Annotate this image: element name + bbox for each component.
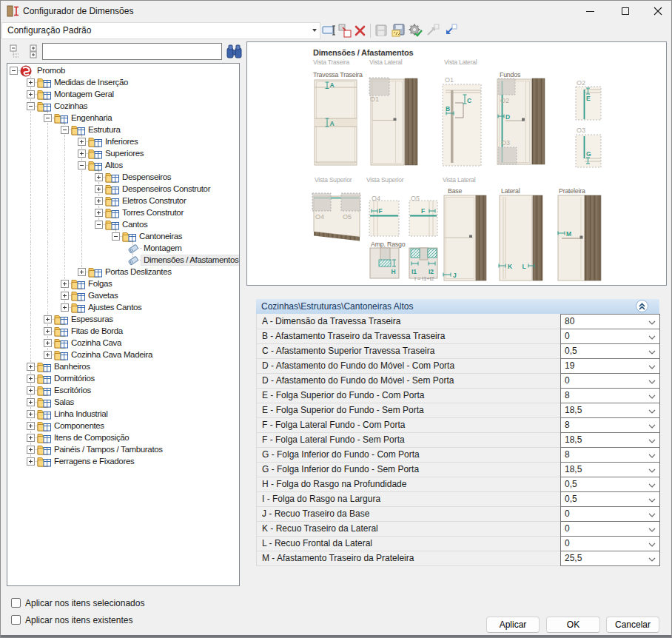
tree-item-label[interactable]: Torres Construtor xyxy=(120,208,186,218)
tree-item-label[interactable]: Ajustes Cantos xyxy=(86,303,144,312)
configuration-combobox[interactable]: Configuração Padrão xyxy=(1,22,320,39)
tree-item[interactable]: Cantos xyxy=(7,218,239,230)
tree-item[interactable]: Torres Construtor xyxy=(7,206,239,218)
tree-item[interactable]: Engenharia xyxy=(7,112,239,124)
tree-expander[interactable] xyxy=(27,422,35,430)
tree-item-label[interactable]: Escritórios xyxy=(52,386,93,395)
tree-item[interactable]: Painéis / Tampos / Tamburatos xyxy=(7,443,239,455)
tree-item[interactable]: Cozinhas xyxy=(7,100,239,112)
property-value-dropdown[interactable]: 25,5 xyxy=(560,551,660,566)
tree-item[interactable]: Ajustes Cantos xyxy=(7,301,239,313)
ok-button[interactable]: OK xyxy=(546,617,600,633)
tree-expander[interactable] xyxy=(61,126,69,134)
tree-expander[interactable] xyxy=(78,150,86,158)
tree-item-label[interactable]: Espessuras xyxy=(69,315,115,324)
tree-item-label[interactable]: Painéis / Tampos / Tamburatos xyxy=(52,445,165,454)
tree-item[interactable]: Folgas xyxy=(7,278,239,289)
close-button[interactable] xyxy=(643,1,672,21)
tree-item-label[interactable]: Engenharia xyxy=(69,113,114,123)
tree-expander[interactable] xyxy=(27,102,35,110)
tree-item-label[interactable]: Medidas de Inserção xyxy=(52,78,130,87)
tree-item[interactable]: Linha Industrial xyxy=(7,408,239,420)
minimize-button[interactable] xyxy=(575,1,605,21)
tree-expander[interactable] xyxy=(27,434,35,442)
tree-item-label[interactable]: Cozinha Cava Madeira xyxy=(69,350,155,360)
tree-item[interactable]: Portas Deslizantes xyxy=(7,266,239,278)
tree-expander[interactable] xyxy=(78,161,86,169)
tree-item-label[interactable]: Cantoneiras xyxy=(137,232,184,241)
copy-config-icon[interactable] xyxy=(338,24,353,38)
tree-expander[interactable] xyxy=(44,114,52,122)
tree-expander[interactable] xyxy=(44,315,52,323)
tree-item[interactable]: Dormitórios xyxy=(7,372,239,384)
tree-item-label[interactable]: Montagem xyxy=(141,244,184,253)
tree-expander[interactable] xyxy=(44,351,52,359)
tree-item[interactable]: Altos xyxy=(7,159,239,171)
tree-expander[interactable] xyxy=(10,67,18,75)
tree-expander[interactable] xyxy=(95,221,103,229)
tree-expander[interactable] xyxy=(27,90,35,98)
property-value-dropdown[interactable]: 8 xyxy=(560,388,660,403)
tree-item[interactable]: Dimensões / Afastamentos xyxy=(7,254,239,266)
expand-all-icon[interactable] xyxy=(27,44,41,58)
tree-item[interactable]: Medidas de Inserção xyxy=(7,76,239,88)
tree-expander[interactable] xyxy=(95,209,103,217)
tree-item[interactable]: Fitas de Borda xyxy=(7,325,239,337)
tree-item-label[interactable]: Altos xyxy=(103,161,125,170)
tree-item-label[interactable]: Cozinhas xyxy=(52,101,90,111)
collapse-group-button[interactable] xyxy=(636,300,648,312)
property-value-dropdown[interactable]: 0 xyxy=(560,373,660,389)
tree-item[interactable]: Cozinha Cava xyxy=(7,337,239,349)
tree-item[interactable]: Inferiores xyxy=(7,135,239,147)
cancel-button[interactable]: Cancelar xyxy=(606,617,659,633)
tree-item-label[interactable]: Itens de Composição xyxy=(52,433,131,443)
tree-item[interactable]: Banheiros xyxy=(7,360,239,372)
property-value-dropdown[interactable]: 8 xyxy=(560,417,660,433)
tree-item[interactable]: Cozinha Cava Madeira xyxy=(7,349,239,360)
tree-item-label[interactable]: Despenseiros xyxy=(120,172,173,182)
tree-expander[interactable] xyxy=(78,268,86,276)
save-as-icon[interactable] xyxy=(392,24,406,38)
property-value-dropdown[interactable]: 19 xyxy=(560,358,660,374)
property-value-dropdown[interactable]: 0,5 xyxy=(560,491,660,507)
tree-expander[interactable] xyxy=(95,173,103,181)
tree-expander[interactable] xyxy=(27,78,35,87)
tree-item-label[interactable]: Cantos xyxy=(120,220,149,229)
tree-item-label[interactable]: Estrutura xyxy=(86,125,123,135)
property-value-dropdown[interactable]: 8 xyxy=(560,447,660,463)
delete-config-icon[interactable] xyxy=(354,24,369,38)
tree-item-label[interactable]: Fitas de Borda xyxy=(69,326,125,336)
tree-item[interactable]: Escritórios xyxy=(7,384,239,396)
property-value-dropdown[interactable]: 0,5 xyxy=(560,477,660,492)
tree-item[interactable]: Montagem Geral xyxy=(7,88,239,100)
tree-item[interactable]: Componentes xyxy=(7,420,239,432)
tree-expander[interactable] xyxy=(27,363,35,371)
tree-item[interactable]: Cantoneiras xyxy=(7,230,239,242)
property-value-dropdown[interactable]: 80 xyxy=(560,314,660,329)
tree-item-label[interactable]: Inferiores xyxy=(103,137,140,147)
tree-expander[interactable] xyxy=(61,280,69,288)
property-value-dropdown[interactable]: 0 xyxy=(560,506,660,522)
tree-expander[interactable] xyxy=(27,457,35,466)
tree-item-label[interactable]: Despenseiros Construtor xyxy=(120,184,212,194)
tree-item-label[interactable]: Portas Deslizantes xyxy=(103,267,174,277)
tree-item-label[interactable]: Linha Industrial xyxy=(52,409,110,419)
property-value-dropdown[interactable]: 18,5 xyxy=(560,462,660,477)
property-value-dropdown[interactable]: 0 xyxy=(560,536,660,551)
property-value-dropdown[interactable]: 0 xyxy=(560,521,660,537)
property-value-dropdown[interactable]: 18,5 xyxy=(560,432,660,448)
tree-item-label[interactable]: Folgas xyxy=(86,279,114,289)
tree-expander[interactable] xyxy=(27,386,35,394)
save-icon[interactable] xyxy=(374,24,389,38)
maximize-button[interactable] xyxy=(611,1,640,21)
tree-expander[interactable] xyxy=(61,303,69,312)
tree-item[interactable]: Salas xyxy=(7,396,239,408)
tree-item[interactable]: Promob xyxy=(7,64,239,76)
apply-existing-checkbox[interactable] xyxy=(11,615,21,625)
collapse-all-icon[interactable] xyxy=(10,44,24,58)
tree-expander[interactable] xyxy=(61,292,69,300)
tree-expander[interactable] xyxy=(112,232,120,241)
rename-config-icon[interactable] xyxy=(322,24,337,38)
apply-button[interactable]: Aplicar xyxy=(486,617,540,633)
tree-item-label[interactable]: Ferragens e Fixadores xyxy=(52,457,136,466)
